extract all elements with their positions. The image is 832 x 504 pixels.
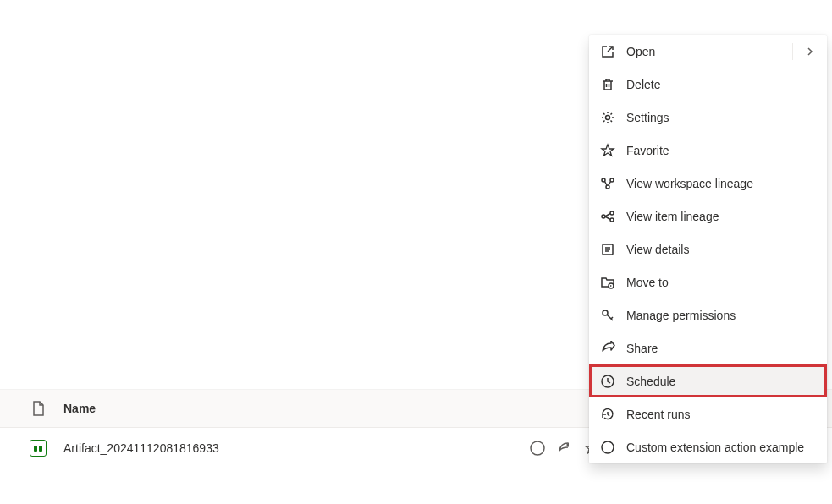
menu-label: Custom extension action example — [626, 441, 817, 454]
menu-item-open[interactable]: Open — [589, 35, 827, 68]
circle-icon — [599, 439, 616, 456]
share-icon[interactable] — [556, 440, 573, 457]
menu-item-workspace-lineage[interactable]: View workspace lineage — [589, 167, 827, 200]
svg-point-10 — [610, 218, 614, 222]
svg-point-4 — [606, 115, 610, 119]
menu-item-delete[interactable]: Delete — [589, 68, 827, 101]
file-icon — [32, 401, 44, 416]
menu-label: Recent runs — [626, 408, 817, 421]
details-icon — [599, 241, 616, 258]
menu-item-favorite[interactable]: Favorite — [589, 134, 827, 167]
item-lineage-icon — [599, 208, 616, 225]
context-menu: Open Delete — [589, 35, 827, 463]
history-icon — [599, 406, 616, 423]
column-icon-header — [17, 401, 59, 416]
menu-label: Settings — [626, 111, 817, 124]
menu-label: View workspace lineage — [626, 177, 817, 190]
trash-icon — [599, 76, 616, 93]
menu-item-custom-extension[interactable]: Custom extension action example — [589, 430, 827, 463]
menu-item-move-to[interactable]: Move to — [589, 266, 827, 299]
menu-label: Schedule — [626, 375, 817, 388]
svg-point-15 — [602, 441, 614, 453]
menu-item-recent-runs[interactable]: Recent runs — [589, 397, 827, 430]
artifact-icon — [30, 440, 47, 457]
gear-icon — [599, 109, 616, 126]
menu-label: View details — [626, 243, 817, 256]
menu-label: Share — [626, 342, 817, 355]
open-icon — [599, 43, 616, 60]
key-icon — [599, 307, 616, 324]
menu-label: Move to — [626, 276, 817, 289]
svg-point-6 — [610, 178, 614, 182]
menu-item-settings[interactable]: Settings — [589, 101, 827, 134]
radio-select-icon[interactable] — [529, 440, 546, 457]
star-icon — [599, 142, 616, 159]
svg-point-9 — [610, 211, 614, 215]
menu-item-schedule[interactable]: Schedule — [589, 364, 827, 397]
svg-point-0 — [531, 441, 544, 455]
menu-label: Manage permissions — [626, 309, 817, 322]
menu-item-item-lineage[interactable]: View item lineage — [589, 200, 827, 233]
menu-label: Open — [626, 45, 803, 58]
menu-label: Delete — [626, 78, 817, 91]
folder-move-icon — [599, 274, 616, 291]
menu-label: Favorite — [626, 144, 817, 157]
share-icon — [599, 340, 616, 357]
chevron-right-icon — [803, 45, 817, 58]
row-item-icon — [17, 440, 59, 457]
row-name[interactable]: Artifact_20241112081816933 — [59, 441, 485, 455]
column-name-header[interactable]: Name — [59, 402, 485, 415]
svg-point-7 — [606, 185, 609, 189]
svg-point-5 — [602, 178, 605, 182]
menu-label: View item lineage — [626, 210, 817, 223]
lineage-icon — [599, 175, 616, 192]
content-area: Name Type Artifact_20241112081816933 — [0, 0, 832, 504]
clock-icon — [599, 373, 616, 390]
menu-item-share[interactable]: Share — [589, 331, 827, 364]
menu-item-manage-permissions[interactable]: Manage permissions — [589, 299, 827, 331]
menu-item-view-details[interactable]: View details — [589, 233, 827, 266]
svg-point-8 — [602, 215, 605, 218]
